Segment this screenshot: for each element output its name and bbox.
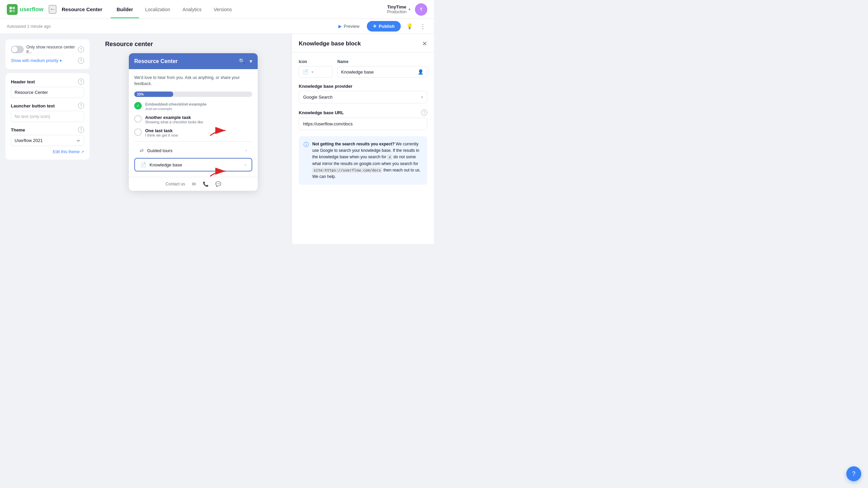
guided-tours-item[interactable]: ⇄ Guided tours › xyxy=(134,144,252,157)
logo: userflow xyxy=(7,4,43,15)
edit-theme-link[interactable]: Edit this theme ↗ xyxy=(53,149,84,154)
url-label-row: Knowledge base URL ? xyxy=(299,109,427,116)
publish-icon: ✈ xyxy=(373,24,377,29)
rc-footer-label: Contact us xyxy=(165,182,185,186)
url-section-title: Knowledge base URL xyxy=(299,110,344,115)
center-area: Resource center Resource Center 🔍 ▾ We'd… xyxy=(95,34,292,191)
checklist-item-2: Another example task Showing what a chec… xyxy=(134,115,252,124)
theme-group: Theme ? Userflow 2021 Edit this theme ↗ xyxy=(11,127,84,154)
icon-select[interactable]: 📄 ▾ xyxy=(299,66,333,78)
visibility-card: Only show resource center if... ? Show w… xyxy=(5,39,90,69)
rp-close-button[interactable]: ✕ xyxy=(422,40,427,47)
rc-footer: Contact us ✉ 📞 💬 xyxy=(129,177,258,191)
provider-select[interactable]: Google Search ▾ xyxy=(299,91,427,103)
theme-label-row: Theme ? xyxy=(11,127,84,133)
chevron-down-icon: ▾ xyxy=(312,70,313,74)
nav-tabs: Builder Localization Analytics Versions xyxy=(111,1,238,18)
user-info[interactable]: TinyTime Production ▾ xyxy=(387,4,410,14)
user-name: TinyTime xyxy=(387,4,407,9)
theme-select[interactable]: Userflow 2021 xyxy=(11,135,84,146)
guided-tours-left: ⇄ Guided tours xyxy=(140,148,172,153)
info-highlight-text: Not getting the search results you expec… xyxy=(312,142,395,146)
knowledge-base-left: 📄 Knowledge base xyxy=(140,162,182,167)
tab-builder[interactable]: Builder xyxy=(111,1,139,18)
check-sub-3: I think we get it now xyxy=(145,133,252,137)
url-group: Knowledge base URL ? xyxy=(299,109,427,130)
header-text-label-row: Header text ? xyxy=(11,79,84,85)
help-icon-url[interactable]: ? xyxy=(421,109,427,116)
check-text-1: Embedded checklist example Just an examp… xyxy=(145,102,252,111)
header-text-group: Header text ? xyxy=(11,79,84,98)
back-button[interactable]: ← xyxy=(49,5,56,14)
guided-tours-label: Guided tours xyxy=(147,148,172,153)
url-input[interactable] xyxy=(299,118,427,130)
progress-label: 33% xyxy=(137,92,144,97)
show-if-toggle[interactable] xyxy=(11,46,24,53)
autosave-text: Autosaved 1 minute ago xyxy=(7,24,51,29)
rp-title: Knowledge base block xyxy=(299,40,361,47)
page-title: Resource Center xyxy=(62,6,102,12)
check-text-3: One last task I think we get it now xyxy=(145,128,252,137)
check-title-1: Embedded checklist example xyxy=(145,102,252,107)
icon-name-row: Icon 📄 ▾ Name Knowledge base 👤 xyxy=(299,59,427,78)
name-input-value: Knowledge base xyxy=(341,69,374,75)
check-sub-2: Showing what a checklist looks like xyxy=(145,120,252,124)
rc-body: We'd love to hear from you. Ask us anyth… xyxy=(129,69,258,177)
toggle-knob xyxy=(12,46,18,53)
svg-rect-3 xyxy=(13,10,15,12)
more-options-button[interactable]: ⋮ xyxy=(418,21,427,32)
knowledge-base-chevron: › xyxy=(245,162,246,167)
check-circle-3 xyxy=(134,128,142,136)
main-content: Only show resource center if... ? Show w… xyxy=(0,34,434,244)
name-input-display[interactable]: Knowledge base 👤 xyxy=(337,66,427,78)
provider-value: Google Search xyxy=(303,95,333,100)
rc-header: Resource Center 🔍 ▾ xyxy=(129,53,258,69)
doc-icon: 📄 xyxy=(302,69,308,75)
check-circle-2 xyxy=(134,115,142,123)
center-preview: Resource center Resource Center 🔍 ▾ We'd… xyxy=(95,34,292,244)
help-icon-visibility[interactable]: ? xyxy=(78,46,84,53)
info-code-x: x xyxy=(387,155,392,160)
rc-header-title: Resource Center xyxy=(134,58,178,64)
svg-rect-0 xyxy=(9,7,12,9)
launcher-input[interactable] xyxy=(11,111,84,122)
publish-label: Publish xyxy=(379,24,395,29)
check-circle-done: ✓ xyxy=(134,102,142,109)
preview-button[interactable]: ▶ Preview xyxy=(335,22,363,31)
theme-label: Theme xyxy=(11,127,25,133)
launcher-text-group: Launcher button text ? xyxy=(11,103,84,122)
help-icon-header[interactable]: ? xyxy=(78,79,84,85)
logo-icon xyxy=(7,4,18,15)
help-icon-launcher[interactable]: ? xyxy=(78,103,84,109)
play-icon: ▶ xyxy=(338,24,342,29)
progress-bar: 33% xyxy=(134,92,252,97)
checklist-item-1: ✓ Embedded checklist example Just an exa… xyxy=(134,102,252,111)
search-icon[interactable]: 🔍 xyxy=(239,58,245,64)
tab-localization[interactable]: Localization xyxy=(139,1,176,18)
subbar-right: ▶ Preview ✈ Publish 💡 ⋮ xyxy=(335,21,427,32)
info-icon: ⓘ xyxy=(303,141,309,180)
divider xyxy=(134,141,252,142)
avatar[interactable]: T xyxy=(415,3,427,16)
help-icon-theme[interactable]: ? xyxy=(78,127,84,133)
user-env: Production xyxy=(387,9,407,14)
preview-section-label: Resource center xyxy=(105,41,153,48)
knowledge-base-item[interactable]: 📄 Knowledge base › xyxy=(134,158,252,171)
priority-link[interactable]: Show with medium priority ▾ xyxy=(11,58,62,63)
info-text: Not getting the search results you expec… xyxy=(312,141,422,180)
tab-analytics[interactable]: Analytics xyxy=(176,1,208,18)
collapse-icon[interactable]: ▾ xyxy=(250,58,252,64)
chat-icon: 💬 xyxy=(215,181,221,187)
svg-rect-1 xyxy=(13,7,15,9)
lightbulb-button[interactable]: 💡 xyxy=(405,22,414,31)
knowledge-base-label: Knowledge base xyxy=(150,162,182,167)
phone-icon: 📞 xyxy=(203,181,209,187)
help-icon-priority[interactable]: ? xyxy=(78,58,84,64)
launcher-label: Launcher button text xyxy=(11,103,55,108)
header-text-input[interactable] xyxy=(11,87,84,98)
tab-versions[interactable]: Versions xyxy=(208,1,238,18)
priority-label: Show with medium priority xyxy=(11,58,58,63)
chevron-down-icon: ▾ xyxy=(409,7,410,11)
icon-label: Icon xyxy=(299,59,333,64)
publish-button[interactable]: ✈ Publish xyxy=(367,21,401,32)
